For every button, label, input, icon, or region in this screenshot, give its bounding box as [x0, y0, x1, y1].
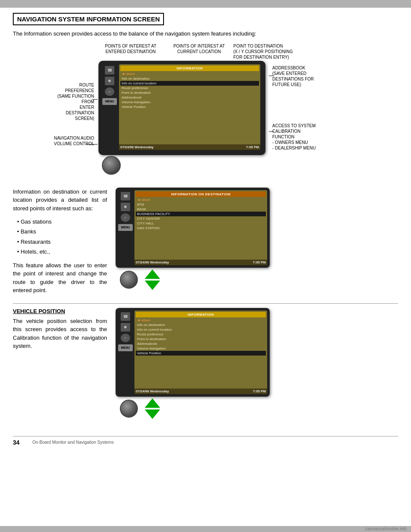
dest-screen-display: INFORMATION ON DESTINATION ◄ return ATM … [134, 190, 267, 265]
veh-item-4: Addressbook [136, 341, 266, 346]
dest-item-3: CITY CENTER [136, 216, 266, 221]
info-para2: This feature allows the user to enter th… [13, 261, 107, 295]
scroll-arrows [145, 269, 160, 290]
dest-item-0: ATM [136, 202, 266, 207]
side-controls: ☎ ✱ ○ MENU [102, 64, 117, 152]
veh-item-6: Vehicle Position [136, 351, 266, 356]
dest-bottom-controls [120, 269, 160, 290]
main-item-6: Vehicle Position [120, 105, 259, 109]
vehicle-subtitle: VEHICLE POSITION [13, 308, 107, 314]
vehicle-nav-unit: ☎ ✱ ○ MENU INFORMATION ◄ return Info on … [116, 308, 270, 397]
info-text-col: Information on destination or current lo… [13, 188, 107, 295]
veh-bottom-controls [120, 398, 160, 419]
main-screen-title: INFORMATION [120, 66, 259, 71]
main-nav-unit: ☎ ✱ ○ MENU INFORMATION ◄ return Info on … [98, 61, 265, 175]
right-labels: ADDRESSBOOK (SAVE ENTERED DESTINATIONS F… [269, 61, 350, 159]
dest-nav-unit: ☎ ✱ ○ MENU INFORMATION ON DESTINATION ◄ … [116, 188, 270, 268]
menu-btn[interactable]: MENU [102, 98, 117, 105]
bottom-bar [0, 526, 411, 532]
bullet-item-3: Hotels, etc., [17, 247, 107, 257]
left-labels: ROUTE PREFERENCE (SAME FUNCTION FROM ENT… [13, 61, 98, 159]
page-number: 34 [13, 439, 20, 446]
divider [13, 303, 398, 304]
dest-item-4: CITY HALL [136, 221, 266, 226]
dest-screen-col: ☎ ✱ ○ MENU INFORMATION ON DESTINATION ◄ … [116, 188, 398, 295]
vehicle-screen-col: ☎ ✱ ○ MENU INFORMATION ◄ return Info on … [116, 308, 398, 419]
footer-text: On-Board Monitor and Navigation Systems [33, 440, 114, 445]
scroll-up-arrow[interactable] [145, 269, 160, 279]
main-item-1: Info on current location [120, 81, 259, 86]
bullet-item-2: Restaurants [17, 237, 107, 247]
dest-screen-title: INFORMATION ON DESTINATION [136, 191, 266, 197]
route-pref-label: ROUTE PREFERENCE (SAME FUNCTION FROM ENT… [26, 82, 94, 121]
dest-menu-btn[interactable]: MENU [118, 224, 133, 231]
volume-knob[interactable] [102, 156, 121, 175]
main-item-3: Point to destination [120, 90, 259, 95]
dest-side-controls: ☎ ✱ ○ MENU [118, 190, 133, 265]
dest-phone-btn[interactable]: ☎ [121, 192, 130, 200]
main-screen-return: ◄ return [120, 72, 259, 76]
main-row: ROUTE PREFERENCE (SAME FUNCTION FROM ENT… [13, 61, 398, 175]
content-area: NAVIGATION SYSTEM INFORMATION SCREEN The… [0, 8, 411, 454]
phone-btn[interactable]: ☎ [105, 66, 114, 75]
poi-entered-label: POINTS OF INTEREST AT ENTERED DESTINATIO… [101, 43, 161, 60]
circle-btn[interactable]: ○ [105, 87, 114, 96]
section-title: NAVIGATION SYSTEM INFORMATION SCREEN [13, 13, 164, 25]
info-para: Information on destination or current lo… [13, 188, 107, 213]
veh-item-0: Info on destination [136, 323, 266, 327]
scroll-down-arrow[interactable] [145, 281, 160, 290]
bullet-item-0: Gas stations [17, 217, 107, 227]
top-annotations: POINTS OF INTEREST AT ENTERED DESTINATIO… [101, 43, 398, 60]
watermark: carmanualsonline.info [365, 526, 407, 531]
vehicle-text-col: VEHICLE POSITION The vehicle position se… [13, 308, 107, 419]
dest-screen-time: 07/24/96 Wednesday 7:05 PM [134, 260, 267, 265]
veh-volume-knob[interactable] [120, 400, 138, 418]
veh-scroll-down-arrow[interactable] [145, 409, 160, 419]
vehicle-para: The vehicle position selection from this… [13, 317, 107, 350]
veh-scroll-up-arrow[interactable] [145, 398, 160, 408]
main-screen-time: 07/24/96 Wednesday 7:05 PM [119, 144, 260, 150]
page-wrapper: NAVIGATION SYSTEM INFORMATION SCREEN The… [0, 0, 411, 532]
addressbook-label: ADDRESSBOOK (SAVE ENTERED DESTINATIONS F… [272, 65, 314, 87]
veh-circle-btn[interactable]: ○ [121, 334, 130, 342]
dest-item-1: BANK [136, 207, 266, 212]
star-btn[interactable]: ✱ [105, 77, 114, 85]
dest-item-5: GAS STATION [136, 226, 266, 230]
veh-screen-display: INFORMATION ◄ return Info on destination… [134, 311, 267, 394]
veh-side-controls: ☎ ✱ ○ MENU [118, 311, 133, 394]
veh-screen-title: INFORMATION [136, 312, 266, 317]
intro-text: The Information screen provides access t… [13, 30, 398, 38]
two-col-section: Information on destination or current lo… [13, 188, 398, 295]
calibration-label: ACCESS TO SYSTEM CALIBRATION FUNCTION - … [272, 123, 316, 151]
veh-item-1: Info on current location [136, 327, 266, 332]
main-screen-display: INFORMATION ◄ return Info on destination… [119, 64, 260, 150]
point-dest-label: POINT TO DESTINATION (X / Y CURSOR POSIT… [233, 43, 306, 60]
main-item-5: Volume-Navigation [120, 100, 259, 105]
main-item-4: Addressbook [120, 95, 259, 100]
page-footer: 34 On-Board Monitor and Navigation Syste… [13, 436, 398, 446]
veh-item-2: Route preference [136, 332, 266, 337]
main-item-0: Info on destination [120, 76, 259, 81]
top-bar [0, 0, 411, 8]
vehicle-section: VEHICLE POSITION The vehicle position se… [13, 308, 398, 419]
veh-item-3: Point to destination [136, 337, 266, 341]
main-diagram: POINTS OF INTEREST AT ENTERED DESTINATIO… [13, 43, 398, 175]
veh-item-5: Volume-Navigation [136, 346, 266, 351]
veh-screen-return: ◄ return [136, 318, 266, 323]
bullet-list: Gas stations Banks Restaurants Hotels, e… [13, 217, 107, 257]
nav-audio-label: NAVIGATION AUDIO VOLUME CONTROL [54, 135, 94, 146]
dest-star-btn[interactable]: ✱ [121, 203, 130, 211]
dest-circle-btn[interactable]: ○ [121, 213, 130, 222]
dest-item-2: BUSINESS FACILITY [136, 212, 266, 216]
dest-volume-knob[interactable] [120, 271, 138, 289]
veh-star-btn[interactable]: ✱ [121, 323, 130, 332]
veh-screen-time: 07/24/96 Wednesday 7:05 PM [134, 389, 267, 394]
dest-screen-return: ◄ return [136, 197, 266, 202]
veh-scroll-arrows [145, 398, 160, 419]
poi-current-label: POINTS OF INTEREST AT CURRENT LOCATION [169, 43, 229, 60]
veh-menu-btn[interactable]: MENU [118, 344, 133, 351]
bullet-item-1: Banks [17, 227, 107, 236]
veh-phone-btn[interactable]: ☎ [121, 312, 130, 321]
main-item-2: Route preference [120, 86, 259, 90]
knob-area [98, 156, 265, 175]
